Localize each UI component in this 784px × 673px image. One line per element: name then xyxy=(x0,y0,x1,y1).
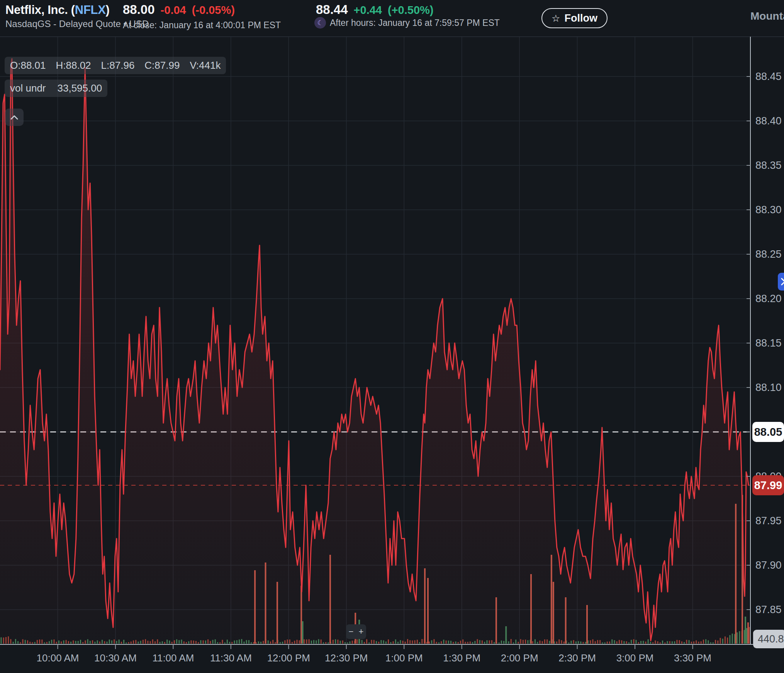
x-axis-label: 2:30 PM xyxy=(558,652,596,664)
star-icon: ☆ xyxy=(552,14,560,23)
zoom-in-button[interactable]: + xyxy=(356,624,366,639)
x-axis-label: 10:00 AM xyxy=(37,652,79,664)
x-axis-label: 12:30 PM xyxy=(325,652,368,664)
y-axis-label: 88.20 xyxy=(755,293,782,305)
close-change-pct: (-0.05%) xyxy=(192,4,235,17)
x-axis-label: 1:30 PM xyxy=(443,652,480,664)
ohlc-open: O:88.01 xyxy=(10,59,46,71)
yahoo-finance-chart-app: Netflix, Inc. (NFLX) NasdaqGS - Delayed … xyxy=(0,0,784,673)
last-price-badge: 87.99 xyxy=(752,475,784,495)
indicator-label: vol undr xyxy=(10,82,46,94)
y-axis-label: 88.45 xyxy=(755,71,782,83)
price-chart-canvas[interactable] xyxy=(0,0,784,673)
after-hours-price: 88.44 xyxy=(316,2,348,17)
legend-collapse-button[interactable] xyxy=(5,109,24,126)
indicator-value: 33,595.00 xyxy=(58,82,102,94)
x-axis-label: 10:30 AM xyxy=(94,652,137,664)
ohlc-low: L:87.96 xyxy=(101,59,135,71)
x-axis-label: 12:00 PM xyxy=(267,652,310,664)
ohlc-high: H:88.02 xyxy=(56,59,91,71)
after-hours-change: +0.44 xyxy=(354,4,382,17)
previous-close-level-badge: 88.05 xyxy=(752,422,784,442)
x-axis-label: 3:30 PM xyxy=(674,652,711,664)
x-axis-label: 11:00 AM xyxy=(152,652,194,664)
y-axis-label: 87.95 xyxy=(755,515,782,527)
y-axis-label: 88.15 xyxy=(755,337,782,349)
y-axis-label: 87.85 xyxy=(755,604,782,616)
after-hours-caption: After hours: January 16 at 7:59:57 PM ES… xyxy=(330,18,500,28)
y-axis-label: 88.40 xyxy=(755,115,782,127)
page-title: Netflix, Inc. (NFLX) xyxy=(5,3,110,17)
y-axis-label: 87.90 xyxy=(755,559,782,571)
chevron-up-icon xyxy=(10,115,18,120)
zoom-out-button[interactable]: − xyxy=(346,624,356,639)
y-axis-label: 88.10 xyxy=(755,382,782,394)
x-axis-label: 2:00 PM xyxy=(501,652,538,664)
volume-indicator-legend: vol undr 33,595.00 xyxy=(5,80,107,97)
volume-axis-badge: 440.84 xyxy=(753,630,784,648)
x-axis-label: 11:30 AM xyxy=(210,652,252,664)
title-close-paren: ) xyxy=(106,3,110,17)
expand-panel-button[interactable] xyxy=(778,273,784,291)
close-price: 88.00 xyxy=(123,2,155,17)
chart-type-selector[interactable]: Mountain xyxy=(750,10,784,22)
after-hours-change-pct: (+0.50%) xyxy=(388,4,433,17)
ohlc-volume: V:441k xyxy=(190,59,221,71)
ohlcv-legend: O:88.01 H:88.02 L:87.96 C:87.99 V:441k xyxy=(5,57,226,74)
x-axis-label: 1:00 PM xyxy=(385,652,423,664)
after-hours-quote: 88.44 +0.44 (+0.50%) xyxy=(316,2,433,17)
y-axis-label: 88.25 xyxy=(755,248,782,260)
follow-button[interactable]: ☆ Follow xyxy=(541,8,608,28)
zoom-controls: − + xyxy=(346,624,366,639)
after-hours-caption-row: ☾ After hours: January 16 at 7:59:57 PM … xyxy=(314,17,500,29)
ticker-symbol: NFLX xyxy=(75,3,106,17)
company-name: Netflix, Inc. ( xyxy=(5,3,75,17)
x-axis-label: 3:00 PM xyxy=(616,652,654,664)
y-axis-label: 88.30 xyxy=(755,204,782,216)
follow-button-label: Follow xyxy=(564,12,597,24)
price-area-fill xyxy=(0,59,748,644)
at-close-caption: At close: January 16 at 4:00:01 PM EST xyxy=(123,20,281,31)
chevron-right-icon xyxy=(781,278,784,286)
y-axis-label: 88.35 xyxy=(755,160,782,172)
ohlc-close: C:87.99 xyxy=(144,59,180,71)
close-change: -0.04 xyxy=(161,4,186,17)
moon-icon: ☾ xyxy=(314,17,326,29)
regular-session-quote: 88.00 -0.04 (-0.05%) xyxy=(123,2,235,17)
